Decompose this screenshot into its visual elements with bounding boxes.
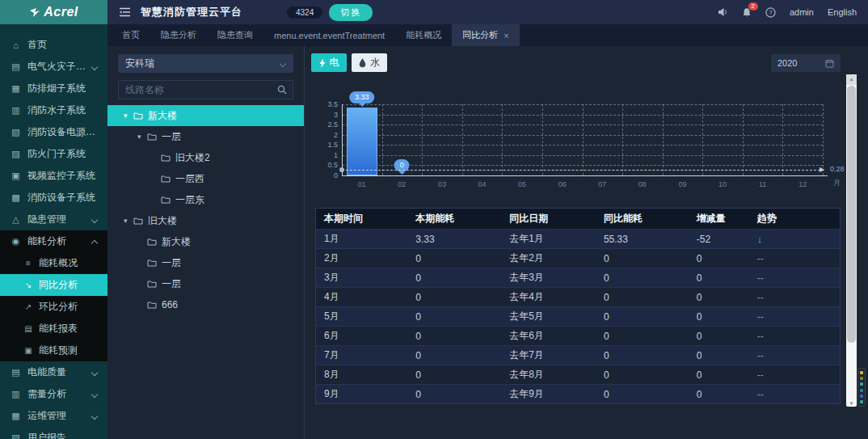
- app-window: Acrel ⌂首页▤电气火灾子系统▦防排烟子系统▥消防水子系统▧消防设备电源子系…: [0, 0, 868, 439]
- scrollbar-thumb[interactable]: [847, 86, 856, 343]
- tree-node-label: 666: [162, 299, 178, 310]
- cell-5-1: 0: [407, 327, 501, 346]
- tree-node-label: 旧大楼2: [175, 151, 210, 165]
- table-row[interactable]: 2月0去年2月00--: [316, 249, 841, 268]
- electric-type-button[interactable]: 电: [311, 53, 347, 72]
- table-body: 1月3.33去年1月55.33-52↓2月0去年2月00--3月0去年3月00-…: [316, 230, 841, 404]
- tree-node-0[interactable]: ▾新大楼: [107, 105, 304, 126]
- sidebar-item-1[interactable]: ▤电气火灾子系统: [0, 56, 107, 78]
- scrollbar-up-arrow-icon[interactable]: ▲: [846, 74, 857, 85]
- x-axis-line: [342, 175, 828, 176]
- tab-3[interactable]: menu.event.eventTreatment: [263, 24, 395, 46]
- floating-widget[interactable]: [857, 368, 866, 407]
- table-row[interactable]: 5月0去年5月00--: [316, 307, 841, 327]
- home-icon: ⌂: [11, 40, 21, 50]
- tab-2[interactable]: 隐患查询: [207, 24, 263, 46]
- cell-5-0: 6月: [316, 327, 408, 346]
- tree-node-label: 新大楼: [148, 109, 177, 123]
- tree-node-1[interactable]: ▾一层: [107, 126, 304, 147]
- cell-1-4: 0: [689, 249, 749, 268]
- sidebar-item-5[interactable]: ▨防火门子系统: [0, 143, 107, 165]
- tab-1[interactable]: 隐患分析: [150, 24, 207, 46]
- sidebar-subitem-4[interactable]: ▣能耗预测: [0, 340, 107, 361]
- tree-caret-icon[interactable]: ▾: [137, 133, 147, 141]
- table-row[interactable]: 6月0去年6月00--: [316, 327, 841, 346]
- sidebar-item-0[interactable]: ⌂首页: [0, 34, 107, 56]
- table-row[interactable]: 9月0去年9月00--: [316, 385, 841, 404]
- tree-node-3[interactable]: 一层西: [107, 168, 304, 189]
- v-gridline: [502, 104, 503, 175]
- tab-0[interactable]: 首页: [112, 24, 150, 46]
- cell-4-2: 去年5月: [501, 307, 596, 327]
- sidebar-subitem-1[interactable]: ↘同比分析: [0, 274, 107, 296]
- cell-5-3: 0: [596, 327, 689, 346]
- sidebar-item-label: 防排烟子系统: [27, 82, 86, 95]
- sidebar-item-7[interactable]: ▩消防设备子系统: [0, 187, 107, 209]
- organization-dropdown[interactable]: 安科瑞: [118, 54, 293, 73]
- v-gridline: [422, 104, 423, 175]
- forecast-icon: ▣: [23, 346, 33, 355]
- sidebar-item-8[interactable]: △隐患管理: [0, 209, 107, 230]
- tree-caret-icon[interactable]: ▾: [124, 217, 133, 225]
- tab-label: 首页: [122, 29, 140, 41]
- notification-bell-icon[interactable]: 2: [742, 7, 752, 18]
- tree-caret-icon[interactable]: ▾: [124, 112, 133, 120]
- y-axis-line: [342, 104, 343, 175]
- water-type-button[interactable]: 水: [352, 53, 387, 72]
- cell-2-2: 去年3月: [501, 268, 596, 288]
- tab-bar: 首页隐患分析隐患查询menu.event.eventTreatment能耗概况同…: [107, 24, 868, 46]
- x-axis-tick-label: 07: [590, 180, 614, 188]
- search-input[interactable]: [119, 84, 272, 95]
- user-report-icon: ▧: [11, 433, 21, 439]
- sidebar-subitem-3[interactable]: ▤能耗报表: [0, 318, 107, 340]
- table-row[interactable]: 4月0去年4月00--: [316, 288, 841, 307]
- username[interactable]: admin: [790, 7, 814, 17]
- tree-node-2[interactable]: 旧大楼2: [107, 147, 304, 168]
- sidebar-item-4[interactable]: ▧消防设备电源子系统: [0, 121, 107, 143]
- v-gridline: [663, 104, 664, 175]
- search-box: [118, 80, 293, 99]
- top-bar: 智慧消防管理云平台 4324 切换 2 ? admin English: [107, 0, 868, 24]
- bar-month-01[interactable]: [347, 108, 377, 175]
- cell-5-4: 0: [689, 327, 749, 346]
- tree-node-6[interactable]: 新大楼: [107, 231, 304, 252]
- sidebar-item-6[interactable]: ▣视频监控子系统: [0, 165, 107, 187]
- tree-node-4[interactable]: 一层东: [107, 189, 304, 210]
- sidebar-item-3[interactable]: ▥消防水子系统: [0, 99, 107, 121]
- tree-node-8[interactable]: 一层: [107, 273, 304, 294]
- comparison-table: 本期时间本期能耗同比日期同比能耗增减量趋势 1月3.33去年1月55.33-52…: [315, 208, 841, 404]
- table-row[interactable]: 7月0去年7月00--: [316, 346, 841, 365]
- tree-node-7[interactable]: 一层: [107, 252, 304, 273]
- switch-button[interactable]: 切换: [329, 4, 373, 21]
- sidebar-item-10[interactable]: ▤电能质量: [0, 361, 107, 383]
- help-icon[interactable]: ?: [765, 7, 776, 18]
- tab-4[interactable]: 能耗概况: [395, 24, 452, 46]
- table-row[interactable]: 1月3.33去年1月55.33-52↓: [316, 230, 841, 249]
- sidebar-item-2[interactable]: ▦防排烟子系统: [0, 78, 107, 99]
- table-row[interactable]: 3月0去年3月00--: [316, 268, 841, 288]
- sidebar-item-9[interactable]: ◉能耗分析: [0, 230, 107, 252]
- cell-8-5: --: [749, 385, 841, 404]
- sidebar-subitem-0[interactable]: ≡能耗概况: [0, 252, 107, 274]
- tab-5[interactable]: 同比分析×: [452, 24, 519, 46]
- speaker-icon[interactable]: [718, 7, 728, 17]
- year-picker[interactable]: 2020: [771, 54, 841, 72]
- search-button[interactable]: [272, 81, 293, 99]
- v-gridline: [782, 104, 783, 175]
- sidebar-item-12[interactable]: ▦运维管理: [0, 405, 107, 427]
- collapse-menu-icon[interactable]: [119, 7, 131, 17]
- sidebar-item-11[interactable]: ▥需量分析: [0, 383, 107, 405]
- sidebar-subitem-2[interactable]: ↗环比分析: [0, 296, 107, 318]
- language-switch[interactable]: English: [828, 7, 857, 17]
- vertical-scrollbar[interactable]: ▲ ▼: [846, 74, 857, 407]
- table-row[interactable]: 8月0去年8月00--: [316, 365, 841, 385]
- close-tab-icon[interactable]: ×: [504, 31, 508, 40]
- y-axis-tick-label: 2: [311, 131, 338, 139]
- main-content: 电 水 2020 00.511.522.533.5010203040506070…: [311, 46, 845, 439]
- scrollbar-down-arrow-icon[interactable]: ▼: [846, 401, 857, 406]
- tree-node-5[interactable]: ▾旧大楼: [107, 210, 304, 231]
- cell-8-4: 0: [689, 385, 749, 404]
- sidebar-item-13[interactable]: ▧用户报告: [0, 427, 107, 439]
- tree-node-9[interactable]: 666: [107, 294, 304, 315]
- reference-arrow-icon: ▶: [820, 166, 824, 173]
